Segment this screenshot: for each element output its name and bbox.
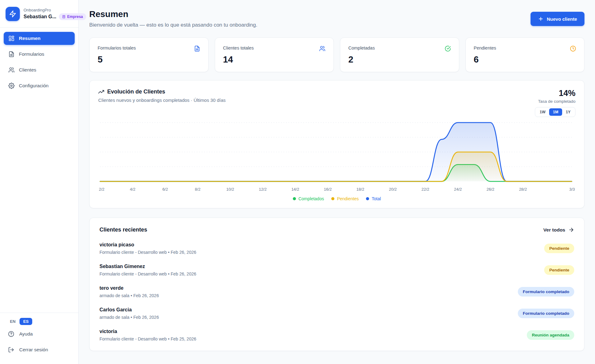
- svg-text:2/2: 2/2: [99, 187, 104, 192]
- client-name: tero verde: [99, 285, 159, 291]
- range-button-1y[interactable]: 1Y: [562, 108, 574, 116]
- footer-link-icon: [8, 347, 14, 353]
- lang-es[interactable]: ES: [20, 318, 32, 325]
- stat-label: Pendientes: [474, 46, 496, 50]
- recent-clients-card: Clientes recientes Ver todos victoria pi…: [89, 218, 584, 351]
- recent-clients-title: Clientes recientes: [99, 227, 147, 233]
- stat-card-pendientes: Pendientes 6: [465, 37, 585, 72]
- client-info: tero verde armado de sala • Feb 26, 2026: [99, 285, 159, 298]
- svg-text:8/2: 8/2: [195, 187, 201, 192]
- user-name: Sebastian G...: [24, 14, 56, 20]
- status-badge: Formulario completado: [518, 287, 574, 297]
- nav-icon: [8, 67, 15, 73]
- stat-label: Clientes totales: [223, 46, 254, 50]
- stat-icon: [194, 46, 200, 52]
- svg-text:22/2: 22/2: [421, 187, 429, 192]
- stat-card-clientes-totales: Clientes totales 14: [215, 37, 334, 72]
- stat-card-formularios-totales: Formularios totales 5: [89, 37, 209, 72]
- sidebar-item-resumen[interactable]: Resumen: [4, 32, 75, 45]
- client-row[interactable]: Sebastian Gimenez Formulario cliente - D…: [99, 264, 574, 276]
- range-button-1w[interactable]: 1W: [536, 108, 549, 116]
- trending-up-icon: [98, 89, 104, 95]
- footer-link-icon: [8, 331, 14, 337]
- svg-text:14/2: 14/2: [291, 187, 299, 192]
- sidebar-item-label: Clientes: [19, 67, 36, 73]
- stat-icon: [445, 46, 451, 52]
- client-info: victoria picaso Formulario cliente - Des…: [99, 242, 196, 255]
- building-icon: [62, 15, 66, 19]
- client-meta: Formulario cliente - Desarrollo web • Fe…: [99, 336, 196, 341]
- completion-rate-label: Tasa de completado: [535, 99, 575, 104]
- client-info: Carlos Garcia armado de sala • Feb 26, 2…: [99, 307, 159, 320]
- chart-title: Evolución de Clientes: [107, 89, 165, 95]
- client-info: Sebastian Gimenez Formulario cliente - D…: [99, 264, 196, 276]
- main-content: Resumen Bienvenido de vuelta — esto es l…: [79, 0, 595, 364]
- chart-legend: Completados Pendientes Total: [98, 196, 575, 204]
- stat-value: 2: [348, 54, 451, 65]
- range-button-1m[interactable]: 1M: [549, 108, 562, 116]
- client-name: Sebastian Gimenez: [99, 264, 196, 269]
- status-badge: Reunión agendada: [527, 330, 574, 340]
- arrow-right-icon: [568, 227, 574, 233]
- sidebar: OnboardingPro Sebastian G... Empresa Res…: [0, 0, 79, 364]
- sidebar-item-label: Resumen: [19, 36, 41, 41]
- svg-text:6/2: 6/2: [162, 187, 168, 192]
- nav-icon: [8, 83, 15, 89]
- chart-heading: Evolución de Clientes Clientes nuevos y …: [98, 89, 226, 103]
- stats-row: Formularios totales 5 Clientes totales 1…: [89, 37, 584, 72]
- status-badge: Pendiente: [544, 265, 574, 275]
- view-all-link[interactable]: Ver todos: [543, 227, 574, 233]
- legend-dot: [293, 197, 296, 200]
- lang-en[interactable]: EN: [8, 318, 17, 325]
- sidebar-footer: EN ES Ayuda Cerrar sesión: [0, 313, 78, 364]
- stat-card-completadas: Completadas 2: [340, 37, 459, 72]
- sidebar-footer-link-ayuda[interactable]: Ayuda: [5, 327, 73, 341]
- page-subtitle: Bienvenido de vuelta — esto es lo que es…: [89, 22, 258, 28]
- completion-rate-value: 14%: [535, 89, 575, 98]
- sidebar-footer-link-cerrar-sesion[interactable]: Cerrar sesión: [5, 343, 73, 357]
- sidebar-item-formularios[interactable]: Formularios: [4, 48, 75, 61]
- plus-icon: [538, 16, 544, 22]
- legend-item: Total: [366, 196, 381, 201]
- clients-evolution-card: Evolución de Clientes Clientes nuevos y …: [89, 80, 584, 208]
- svg-text:20/2: 20/2: [389, 187, 397, 192]
- legend-dot: [366, 197, 369, 200]
- status-badge: Formulario completado: [518, 309, 574, 318]
- nav-icon: [8, 51, 15, 57]
- status-badge: Pendiente: [544, 244, 574, 253]
- legend-dot: [331, 197, 334, 200]
- client-meta: armado de sala • Feb 26, 2026: [99, 293, 159, 298]
- stat-value: 6: [474, 54, 576, 65]
- svg-text:10/2: 10/2: [226, 187, 234, 192]
- sidebar-item-label: Formularios: [19, 51, 44, 57]
- legend-label: Pendientes: [337, 196, 359, 201]
- sidebar-item-clientes[interactable]: Clientes: [4, 63, 75, 76]
- legend-item: Completados: [293, 196, 324, 201]
- client-info: victoria Formulario cliente - Desarrollo…: [99, 329, 196, 341]
- page-heading: Resumen Bienvenido de vuelta — esto es l…: [89, 9, 258, 28]
- stat-value: 14: [223, 54, 326, 65]
- svg-text:28/2: 28/2: [519, 187, 527, 192]
- client-row[interactable]: tero verde armado de sala • Feb 26, 2026…: [99, 285, 574, 298]
- brand: OnboardingPro Sebastian G... Empresa: [0, 0, 78, 27]
- client-name: victoria picaso: [99, 242, 196, 248]
- brand-text: OnboardingPro Sebastian G... Empresa: [24, 8, 86, 20]
- stat-label: Formularios totales: [98, 46, 136, 50]
- client-row[interactable]: Carlos Garcia armado de sala • Feb 26, 2…: [99, 307, 574, 320]
- sidebar-item-configuracion[interactable]: Configuración: [4, 79, 75, 92]
- view-all-label: Ver todos: [543, 227, 565, 233]
- new-client-button[interactable]: Nuevo cliente: [531, 12, 584, 26]
- new-client-label: Nuevo cliente: [547, 16, 577, 22]
- client-meta: armado de sala • Feb 26, 2026: [99, 315, 159, 320]
- app-name: OnboardingPro: [24, 8, 86, 12]
- client-meta: Formulario cliente - Desarrollo web • Fe…: [99, 250, 196, 255]
- client-row[interactable]: victoria picaso Formulario cliente - Des…: [99, 242, 574, 255]
- svg-text:16/2: 16/2: [324, 187, 332, 192]
- chart-subtitle: Clientes nuevos y onboardings completado…: [98, 98, 226, 103]
- svg-text:3/3: 3/3: [569, 187, 575, 192]
- footer-link-label: Ayuda: [19, 331, 33, 337]
- stat-label: Completadas: [348, 46, 375, 50]
- stat-value: 5: [98, 54, 200, 65]
- client-meta: Formulario cliente - Desarrollo web • Fe…: [99, 271, 196, 276]
- client-row[interactable]: victoria Formulario cliente - Desarrollo…: [99, 329, 574, 341]
